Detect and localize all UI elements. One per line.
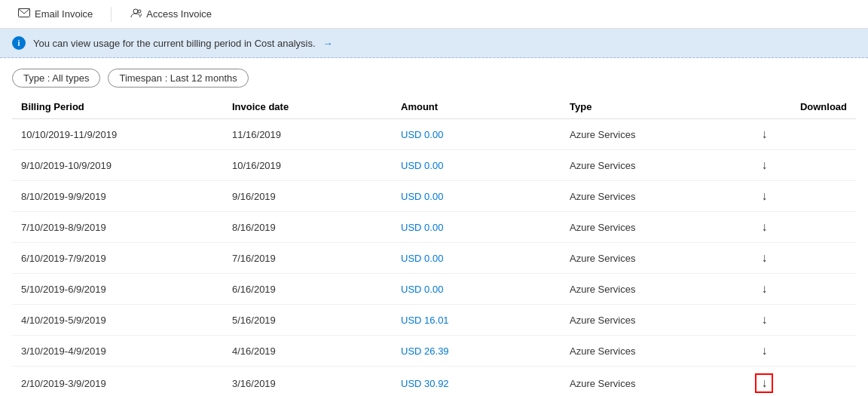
table-row: 5/10/2019-6/9/20196/16/2019USD 0.00Azure… [12, 274, 856, 305]
toolbar: Email Invoice Access Invoice [0, 0, 868, 29]
table-row: 3/10/2019-4/9/20194/16/2019USD 26.39Azur… [12, 336, 856, 367]
download-button[interactable]: ↓ [755, 342, 773, 359]
cell-type: Azure Services [561, 212, 746, 243]
table-row: 10/10/2019-11/9/201911/16/2019USD 0.00Az… [12, 119, 856, 150]
cell-download[interactable]: ↓ [746, 336, 856, 367]
cell-billing-period: 8/10/2019-9/9/2019 [12, 181, 223, 212]
download-button[interactable]: ↓ [755, 126, 773, 143]
info-banner: i You can view usage for the current bil… [0, 29, 868, 58]
cell-type: Azure Services [561, 305, 746, 336]
cell-invoice-date: 4/16/2019 [223, 336, 392, 367]
cell-invoice-date: 11/16/2019 [223, 119, 392, 150]
table-body: 10/10/2019-11/9/201911/16/2019USD 0.00Az… [12, 119, 856, 397]
cell-invoice-date: 3/16/2019 [223, 367, 392, 397]
table-row: 2/10/2019-3/9/20193/16/2019USD 30.92Azur… [12, 367, 856, 397]
email-invoice-label: Email Invoice [35, 8, 93, 20]
cell-download[interactable]: ↓ [746, 212, 856, 243]
type-filter[interactable]: Type : All types [12, 69, 100, 87]
download-button[interactable]: ↓ [755, 157, 773, 173]
cell-type: Azure Services [561, 274, 746, 305]
cell-invoice-date: 9/16/2019 [223, 181, 392, 212]
cell-invoice-date: 7/16/2019 [223, 243, 392, 274]
amount-link[interactable]: USD 0.00 [401, 191, 443, 202]
download-button[interactable]: ↓ [755, 281, 773, 297]
cell-invoice-date: 6/16/2019 [223, 274, 392, 305]
cell-download[interactable]: ↓ [746, 367, 856, 397]
email-icon [18, 8, 30, 20]
cell-amount[interactable]: USD 0.00 [392, 181, 561, 212]
access-icon [130, 8, 142, 20]
cell-invoice-date: 8/16/2019 [223, 212, 392, 243]
table-row: 7/10/2019-8/9/20198/16/2019USD 0.00Azure… [12, 212, 856, 243]
download-button[interactable]: ↓ [755, 219, 773, 235]
cell-amount[interactable]: USD 30.92 [392, 367, 561, 397]
download-button[interactable]: ↓ [755, 188, 773, 204]
cell-download[interactable]: ↓ [746, 274, 856, 305]
amount-link[interactable]: USD 0.00 [401, 253, 443, 264]
amount-link[interactable]: USD 0.00 [401, 160, 443, 171]
download-button[interactable]: ↓ [755, 250, 773, 266]
header-amount: Amount [392, 95, 561, 119]
cell-billing-period: 5/10/2019-6/9/2019 [12, 274, 223, 305]
cell-type: Azure Services [561, 367, 746, 397]
header-invoice-date: Invoice date [223, 95, 392, 119]
svg-point-2 [138, 10, 141, 13]
invoices-table: Billing Period Invoice date Amount Type … [12, 95, 856, 396]
cell-billing-period: 6/10/2019-7/9/2019 [12, 243, 223, 274]
header-billing-period: Billing Period [12, 95, 223, 119]
table-row: 9/10/2019-10/9/201910/16/2019USD 0.00Azu… [12, 150, 856, 181]
banner-message: You can view usage for the current billi… [33, 38, 316, 49]
cell-type: Azure Services [561, 336, 746, 367]
cell-amount[interactable]: USD 0.00 [392, 212, 561, 243]
download-button[interactable]: ↓ [755, 312, 773, 328]
cell-billing-period: 9/10/2019-10/9/2019 [12, 150, 223, 181]
header-download: Download [746, 95, 856, 119]
access-invoice-label: Access Invoice [146, 8, 212, 20]
cell-amount[interactable]: USD 0.00 [392, 243, 561, 274]
cell-billing-period: 3/10/2019-4/9/2019 [12, 336, 223, 367]
filters-bar: Type : All types Timespan : Last 12 mont… [0, 58, 868, 95]
toolbar-divider [111, 7, 112, 22]
banner-link[interactable]: → [323, 38, 333, 49]
access-invoice-button[interactable]: Access Invoice [124, 5, 218, 23]
invoices-table-container: Billing Period Invoice date Amount Type … [0, 95, 868, 396]
timespan-filter[interactable]: Timespan : Last 12 months [108, 69, 248, 87]
cell-invoice-date: 5/16/2019 [223, 305, 392, 336]
cell-billing-period: 2/10/2019-3/9/2019 [12, 367, 223, 397]
cell-download[interactable]: ↓ [746, 243, 856, 274]
cell-billing-period: 10/10/2019-11/9/2019 [12, 119, 223, 150]
cell-download[interactable]: ↓ [746, 119, 856, 150]
amount-link[interactable]: USD 0.00 [401, 129, 443, 140]
table-row: 8/10/2019-9/9/20199/16/2019USD 0.00Azure… [12, 181, 856, 212]
email-invoice-button[interactable]: Email Invoice [12, 5, 99, 23]
cell-amount[interactable]: USD 16.01 [392, 305, 561, 336]
cell-download[interactable]: ↓ [746, 181, 856, 212]
cell-amount[interactable]: USD 0.00 [392, 119, 561, 150]
cell-amount[interactable]: USD 0.00 [392, 274, 561, 305]
cell-type: Azure Services [561, 119, 746, 150]
cell-download[interactable]: ↓ [746, 305, 856, 336]
svg-point-1 [133, 9, 138, 14]
info-icon: i [12, 36, 26, 50]
cell-amount[interactable]: USD 0.00 [392, 150, 561, 181]
amount-link[interactable]: USD 0.00 [401, 222, 443, 233]
table-header: Billing Period Invoice date Amount Type … [12, 95, 856, 119]
amount-link[interactable]: USD 16.01 [401, 315, 449, 326]
cell-billing-period: 7/10/2019-8/9/2019 [12, 212, 223, 243]
cell-download[interactable]: ↓ [746, 150, 856, 181]
cell-type: Azure Services [561, 150, 746, 181]
cell-billing-period: 4/10/2019-5/9/2019 [12, 305, 223, 336]
amount-link[interactable]: USD 30.92 [401, 378, 449, 389]
table-row: 4/10/2019-5/9/20195/16/2019USD 16.01Azur… [12, 305, 856, 336]
amount-link[interactable]: USD 0.00 [401, 284, 443, 295]
table-row: 6/10/2019-7/9/20197/16/2019USD 0.00Azure… [12, 243, 856, 274]
cell-amount[interactable]: USD 26.39 [392, 336, 561, 367]
cell-type: Azure Services [561, 181, 746, 212]
cell-type: Azure Services [561, 243, 746, 274]
cell-invoice-date: 10/16/2019 [223, 150, 392, 181]
download-button[interactable]: ↓ [755, 373, 773, 393]
amount-link[interactable]: USD 26.39 [401, 345, 449, 357]
header-type: Type [561, 95, 746, 119]
